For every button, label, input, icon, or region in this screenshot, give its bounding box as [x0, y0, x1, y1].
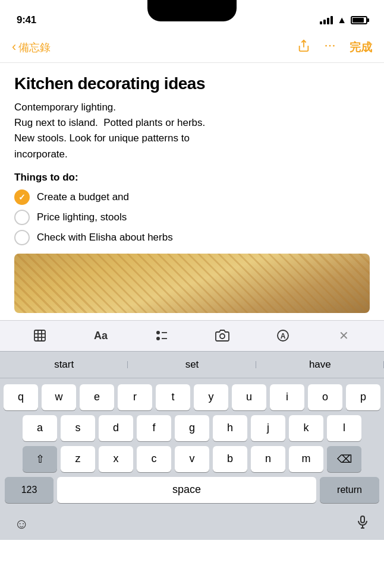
predictive-bar: start set have } 預測字詞 — [0, 351, 384, 378]
things-to-do-label: Things to do: — [14, 172, 370, 184]
key-f[interactable]: f — [137, 415, 171, 441]
key-t[interactable]: t — [156, 384, 190, 410]
checklist-text-3: Check with Elisha about herbs — [37, 232, 173, 244]
table-icon[interactable] — [28, 324, 52, 347]
keyboard: q w e r t y u i o p a s d f g h j k l ⇧ … — [0, 378, 384, 508]
more-icon[interactable] — [323, 39, 336, 56]
camera-icon[interactable] — [210, 324, 234, 347]
checklist-item-1: Create a budget and — [14, 189, 370, 205]
key-n[interactable]: n — [251, 446, 285, 472]
key-o[interactable]: o — [308, 384, 342, 410]
back-chevron-icon: ‹ — [12, 39, 16, 55]
key-z[interactable]: z — [61, 446, 95, 472]
back-button[interactable]: ‹ 備忘錄 — [12, 40, 51, 55]
nav-actions: 完成 — [297, 39, 372, 56]
svg-point-10 — [156, 337, 160, 340]
key-m[interactable]: m — [289, 446, 323, 472]
keyboard-row-3: ⇧ z x c v b n m ⌫ — [2, 446, 382, 472]
note-body[interactable]: Contemporary lighting.Rug next to island… — [14, 100, 370, 162]
svg-point-3 — [325, 45, 327, 46]
wifi-icon: ▲ — [337, 15, 347, 26]
checkbox-2[interactable] — [14, 210, 30, 225]
note-title[interactable]: Kitchen decorating ideas — [14, 74, 370, 94]
numbers-key[interactable]: 123 — [5, 477, 53, 503]
delete-key[interactable]: ⌫ — [327, 446, 361, 472]
checklist-icon[interactable] — [150, 324, 174, 347]
key-e[interactable]: e — [80, 384, 114, 410]
battery-icon — [351, 16, 367, 24]
checklist-text-1: Create a budget and — [37, 191, 129, 203]
keyboard-bottom-row: 123 space return — [2, 477, 382, 503]
share-icon[interactable] — [297, 39, 310, 56]
back-label: 備忘錄 — [18, 40, 51, 55]
keyboard-row-2: a s d f g h j k l — [2, 415, 382, 441]
checklist-text-2: Price lighting, stools — [37, 211, 127, 223]
key-b[interactable]: b — [213, 446, 247, 472]
nav-bar: ‹ 備忘錄 完成 — [0, 32, 384, 63]
checkbox-3[interactable] — [14, 230, 30, 245]
key-y[interactable]: y — [194, 384, 228, 410]
key-c[interactable]: c — [137, 446, 171, 472]
svg-point-9 — [156, 331, 160, 334]
svg-rect-16 — [361, 516, 364, 523]
note-image — [14, 254, 370, 313]
predictive-word-have[interactable]: have — [256, 359, 384, 371]
done-button[interactable]: 完成 — [350, 40, 372, 55]
key-x[interactable]: x — [99, 446, 133, 472]
key-a[interactable]: a — [23, 415, 57, 441]
key-s[interactable]: s — [61, 415, 95, 441]
checkbox-1[interactable] — [14, 189, 30, 205]
svg-rect-4 — [34, 330, 45, 341]
key-g[interactable]: g — [175, 415, 209, 441]
predictive-word-start[interactable]: start — [0, 359, 128, 371]
phone-frame: 9:41 ▲ ‹ 備忘錄 — [0, 0, 384, 588]
key-d[interactable]: d — [99, 415, 133, 441]
checklist-item-2: Price lighting, stools — [14, 210, 370, 225]
key-r[interactable]: r — [118, 384, 152, 410]
svg-point-1 — [329, 45, 331, 46]
status-icons: ▲ — [320, 15, 367, 26]
svg-point-2 — [333, 45, 335, 46]
key-j[interactable]: j — [251, 415, 285, 441]
svg-text:A: A — [281, 332, 286, 340]
shift-key[interactable]: ⇧ — [23, 446, 57, 472]
keyboard-row-1: q w e r t y u i o p — [2, 384, 382, 410]
close-icon[interactable]: ✕ — [332, 324, 356, 347]
key-i[interactable]: i — [270, 384, 304, 410]
key-w[interactable]: w — [42, 384, 76, 410]
key-k[interactable]: k — [289, 415, 323, 441]
note-content: Kitchen decorating ideas Contemporary li… — [0, 63, 384, 320]
key-q[interactable]: q — [4, 384, 38, 410]
mic-icon[interactable] — [355, 515, 370, 533]
signal-icon — [320, 16, 333, 24]
key-u[interactable]: u — [232, 384, 266, 410]
return-key[interactable]: return — [320, 477, 379, 503]
key-p[interactable]: p — [346, 384, 380, 410]
emoji-icon[interactable]: ☺ — [14, 516, 29, 532]
space-key[interactable]: space — [57, 477, 316, 503]
markup-icon[interactable]: A — [271, 324, 295, 347]
status-time: 9:41 — [17, 14, 36, 26]
bottom-bar: ☺ — [0, 508, 384, 540]
key-v[interactable]: v — [175, 446, 209, 472]
svg-point-13 — [220, 334, 225, 339]
predictive-word-set[interactable]: set — [128, 359, 256, 371]
notch — [147, 0, 237, 21]
key-l[interactable]: l — [327, 415, 361, 441]
key-h[interactable]: h — [213, 415, 247, 441]
checklist-item-3: Check with Elisha about herbs — [14, 230, 370, 245]
text-format-icon[interactable]: Aa — [89, 324, 112, 347]
formatting-toolbar: Aa A ✕ — [0, 320, 384, 351]
